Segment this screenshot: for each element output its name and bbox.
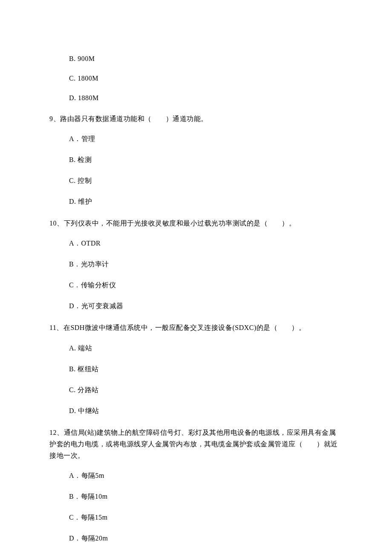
option-item: C. 分路站 xyxy=(69,380,343,401)
option-item: D. 1880M xyxy=(69,88,343,108)
option-item: B. 900M xyxy=(69,49,343,69)
option-item: B．光功率计 xyxy=(69,254,343,275)
option-item: B. 枢纽站 xyxy=(69,359,343,380)
option-item: C．传输分析仪 xyxy=(69,275,343,296)
question-9-options: A．管理 B. 检测 C. 控制 D. 维护 xyxy=(69,129,343,212)
option-item: A．OTDR xyxy=(69,233,343,254)
option-item: B. 检测 xyxy=(69,150,343,171)
question-12: 12、通信局(站)建筑物上的航空障碍信号灯、彩灯及其他用电设备的电源线，应采用具… xyxy=(49,422,343,466)
option-item: C. 1800M xyxy=(69,69,343,88)
question-10: 10、下列仪表中，不能用于光接收灵敏度和最小过载光功率测试的是（ ）。 xyxy=(49,212,343,233)
option-item: D. 中继站 xyxy=(69,401,343,422)
question-12-options: A．每隔5m B．每隔10m C．每隔15m D．每隔20m xyxy=(69,465,343,549)
option-item: A．每隔5m xyxy=(69,465,343,486)
option-item: B．每隔10m xyxy=(69,486,343,507)
option-item: D. 维护 xyxy=(69,191,343,212)
question-11: 11、在SDH微波中继通信系统中，一般应配备交叉连接设备(SDXC)的是（ ）。 xyxy=(49,317,343,338)
option-item: C. 控制 xyxy=(69,171,343,191)
question-9: 9、路由器只有数据通道功能和（ ）通道功能。 xyxy=(49,108,343,129)
question-13: 13、发射机的防雷与接地宜采用（ ）接地方式。 xyxy=(49,549,343,555)
pre-question-options: B. 900M C. 1800M D. 1880M xyxy=(69,49,343,108)
option-item: D．光可变衰减器 xyxy=(69,296,343,317)
option-item: C．每隔15m xyxy=(69,507,343,528)
question-11-options: A. 端站 B. 枢纽站 C. 分路站 D. 中继站 xyxy=(69,338,343,422)
question-10-options: A．OTDR B．光功率计 C．传输分析仪 D．光可变衰减器 xyxy=(69,233,343,317)
document-page: B. 900M C. 1800M D. 1880M 9、路由器只有数据通道功能和… xyxy=(0,0,392,555)
option-item: A．管理 xyxy=(69,129,343,150)
option-item: A. 端站 xyxy=(69,338,343,359)
option-item: D．每隔20m xyxy=(69,528,343,549)
